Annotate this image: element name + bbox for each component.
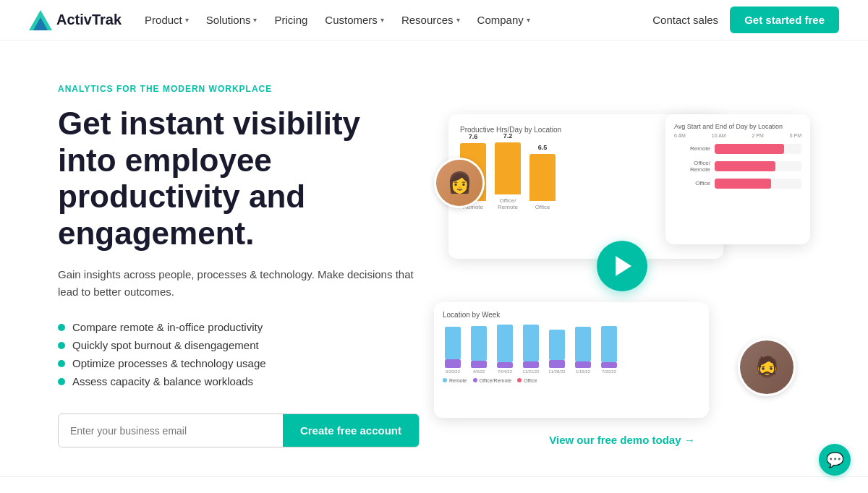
hero-dashboard: 👩 Productive Hrs/Day by Location 7.6 Rem…	[434, 114, 810, 418]
chevron-down-icon: ▾	[456, 16, 460, 24]
bar-group-office-remote: 7.2 Office/Remote	[495, 132, 521, 210]
row-bar-remote	[715, 144, 784, 154]
hero-tag: ANALYTICS FOR THE MODERN WORKPLACE	[58, 84, 420, 94]
chat-bubble[interactable]: 💬	[819, 444, 851, 476]
bottom-banner: 9,500+ customers measure productivity wi…	[0, 476, 868, 493]
legend-remote: Remote	[443, 378, 467, 383]
chart-legend: Remote Office/Remote Office	[443, 378, 700, 383]
avatar-man: 🧔	[738, 338, 796, 396]
contact-sales-link[interactable]: Contact sales	[652, 14, 718, 26]
view-demo-link[interactable]: View our free demo today →	[549, 434, 694, 446]
time-labels: 6 AM 10 AM 2 PM 6 PM	[674, 133, 801, 138]
bullet-dot-icon	[58, 324, 65, 331]
list-item: Quickly spot burnout & disengagement	[58, 336, 420, 354]
nav-left: ActivTrak Product ▾ Solutions ▾ Pricing …	[29, 10, 530, 30]
hero-section: ANALYTICS FOR THE MODERN WORKPLACE Get i…	[0, 40, 868, 476]
nav-links: Product ▾ Solutions ▾ Pricing Customers …	[145, 14, 530, 26]
legend-office-remote: Office/Remote	[473, 378, 512, 383]
avatar-face: 👩	[436, 160, 482, 206]
mini-chart-title: Location by Week	[443, 311, 700, 319]
list-item: Compare remote & in-office productivity	[58, 318, 420, 336]
row-office-remote: Office/Remote	[674, 160, 801, 173]
bullet-dot-icon	[58, 342, 65, 349]
bullet-dot-icon	[58, 378, 65, 385]
play-button[interactable]	[597, 241, 647, 291]
legend-office: Office	[517, 378, 537, 383]
bullet-list: Compare remote & in-office productivity …	[58, 318, 420, 390]
email-form: Create free account	[58, 413, 420, 447]
hero-title: Get instant visibility into employee pro…	[58, 106, 420, 252]
mini-bar-purple	[445, 359, 461, 368]
logo-text: ActivTrak	[56, 12, 122, 28]
chevron-down-icon: ▾	[380, 16, 384, 24]
row-bar-office	[715, 179, 771, 189]
row-bar-office-remote	[715, 161, 775, 171]
bar-office-remote	[495, 142, 521, 194]
avatar-face-man: 🧔	[740, 340, 793, 394]
mini-chart-card: Location by Week 6/20/22 4/5/22	[434, 302, 709, 418]
nav-customers[interactable]: Customers ▾	[325, 14, 384, 26]
avg-chart-title: Avg Start and End of Day by Location	[674, 123, 801, 130]
row-chart: Remote Office/Remote Office	[674, 144, 801, 189]
chevron-down-icon: ▾	[185, 16, 189, 24]
navbar: ActivTrak Product ▾ Solutions ▾ Pricing …	[0, 0, 868, 40]
nav-right: Contact sales Get started free	[652, 7, 839, 33]
list-item: Assess capacity & balance workloads	[58, 372, 420, 390]
get-started-button[interactable]: Get started free	[730, 7, 839, 33]
nav-pricing[interactable]: Pricing	[274, 14, 307, 26]
play-icon	[616, 256, 631, 276]
nav-resources[interactable]: Resources ▾	[401, 14, 460, 26]
create-account-button[interactable]: Create free account	[283, 414, 419, 447]
hero-left: ANALYTICS FOR THE MODERN WORKPLACE Get i…	[58, 84, 420, 447]
mini-bar-chart: 6/20/22 4/5/22 7/04/22	[443, 323, 700, 374]
bullet-dot-icon	[58, 360, 65, 367]
avg-chart-card: Avg Start and End of Day by Location 6 A…	[665, 114, 810, 244]
nav-company[interactable]: Company ▾	[477, 14, 530, 26]
mini-bar-blue	[445, 327, 461, 359]
bar-group-office: 6.5 Office	[529, 144, 556, 210]
list-item: Optimize processes & technology usage	[58, 354, 420, 372]
bar-office	[529, 154, 556, 201]
logo[interactable]: ActivTrak	[29, 10, 122, 30]
chevron-down-icon: ▾	[253, 16, 257, 24]
hero-subtitle: Gain insights across people, processes &…	[58, 266, 420, 301]
row-remote: Remote	[674, 144, 801, 154]
chat-icon: 💬	[826, 451, 844, 468]
view-demo: View our free demo today →	[434, 434, 810, 447]
row-office: Office	[674, 179, 801, 189]
nav-product[interactable]: Product ▾	[145, 14, 189, 26]
nav-solutions[interactable]: Solutions ▾	[206, 14, 258, 26]
email-input[interactable]	[59, 414, 283, 447]
avatar-woman: 👩	[434, 158, 485, 208]
chevron-down-icon: ▾	[527, 16, 530, 24]
